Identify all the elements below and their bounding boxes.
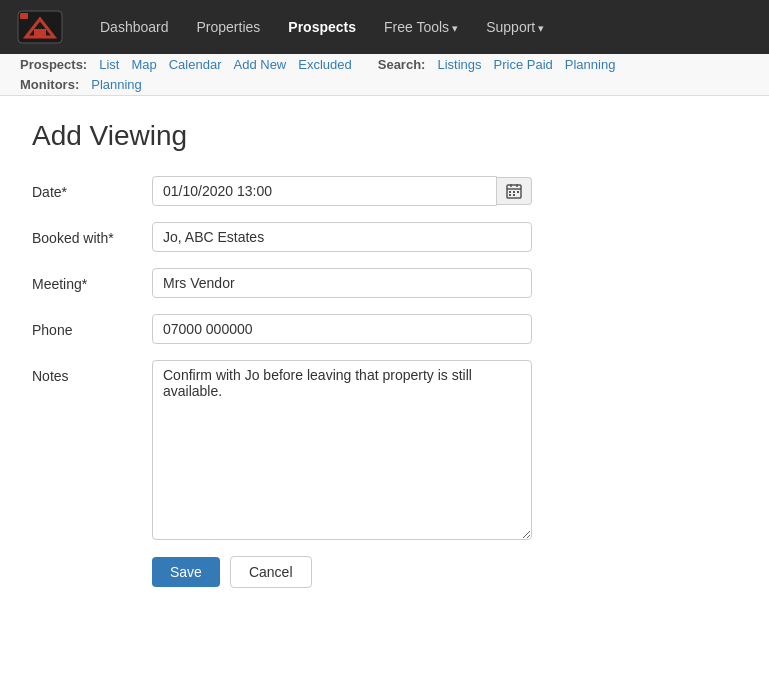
subnav-list[interactable]: List [93,55,125,74]
calendar-icon [506,183,522,199]
booked-with-input[interactable] [152,222,532,252]
svg-rect-8 [509,191,511,193]
svg-rect-3 [20,13,28,19]
subnav-monitors-label: Monitors: [20,77,79,92]
nav-support[interactable]: Support [474,13,556,41]
phone-label: Phone [32,314,152,338]
svg-rect-2 [34,29,46,37]
subnav-map[interactable]: Map [125,55,162,74]
calendar-button[interactable] [497,177,532,205]
subnav-excluded[interactable]: Excluded [292,55,357,74]
subnav: Prospects: List Map Calendar Add New Exc… [0,54,769,96]
notes-row: Notes Confirm with Jo before leaving tha… [32,360,532,540]
form-actions: Save Cancel [152,556,532,588]
nav-links: Dashboard Properties Prospects Free Tool… [88,13,753,41]
subnav-search-label: Search: [378,57,426,72]
subnav-prospects-group: Prospects: List Map Calendar Add New Exc… [20,55,358,74]
meeting-input[interactable] [152,268,532,298]
nav-free-tools[interactable]: Free Tools [372,13,470,41]
logo-icon [16,9,64,45]
svg-rect-11 [509,194,511,196]
date-row: Date* [32,176,532,206]
date-wrapper [152,176,532,206]
booked-with-label: Booked with* [32,222,152,246]
notes-textarea[interactable]: Confirm with Jo before leaving that prop… [152,360,532,540]
svg-rect-12 [513,194,515,196]
subnav-planning[interactable]: Planning [559,55,622,74]
subnav-prospects-label: Prospects: [20,57,87,72]
subnav-monitors-planning[interactable]: Planning [85,75,148,94]
svg-rect-9 [513,191,515,193]
cancel-button[interactable]: Cancel [230,556,312,588]
notes-label: Notes [32,360,152,384]
nav-properties[interactable]: Properties [185,13,273,41]
subnav-price-paid[interactable]: Price Paid [488,55,559,74]
add-viewing-form: Date* [32,176,532,588]
svg-rect-10 [517,191,519,193]
nav-prospects[interactable]: Prospects [276,13,368,41]
subnav-calendar[interactable]: Calendar [163,55,228,74]
brand [16,9,64,45]
date-label: Date* [32,176,152,200]
main-content: Add Viewing Date* [0,96,769,612]
subnav-add-new[interactable]: Add New [228,55,293,74]
booked-with-row: Booked with* [32,222,532,252]
page-title: Add Viewing [32,120,737,152]
nav-dashboard[interactable]: Dashboard [88,13,181,41]
subnav-monitors-group: Monitors: Planning [20,75,148,94]
subnav-listings[interactable]: Listings [431,55,487,74]
meeting-row: Meeting* [32,268,532,298]
save-button[interactable]: Save [152,557,220,587]
subnav-search-group: Search: Listings Price Paid Planning [378,55,622,74]
navbar: Dashboard Properties Prospects Free Tool… [0,0,769,54]
date-input[interactable] [152,176,497,206]
phone-row: Phone [32,314,532,344]
meeting-label: Meeting* [32,268,152,292]
phone-input[interactable] [152,314,532,344]
